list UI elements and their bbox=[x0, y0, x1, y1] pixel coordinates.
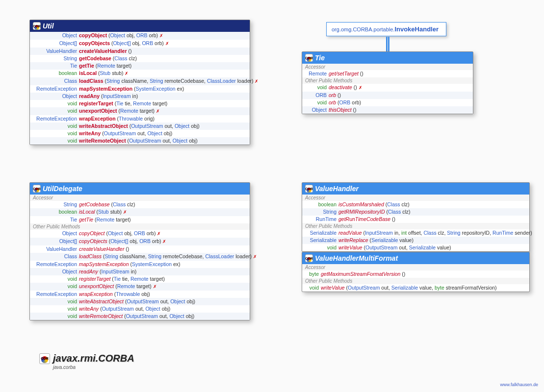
section-list-vhmulti: AccessorbytegetMaximumStreamFormatVersio… bbox=[302, 264, 529, 292]
section-list-tie: AccessorRemoteget/setTarget ()Other Publ… bbox=[302, 64, 473, 114]
method-row: voidwriteRemoteObject (OutputStream out,… bbox=[30, 313, 250, 320]
class-title: Tie bbox=[315, 54, 325, 62]
class-vhmulti: ValueHandlerMultiFormat AccessorbytegetM… bbox=[302, 252, 530, 292]
method-row: voiddeactivate () ✗ bbox=[302, 84, 473, 92]
method-row: StringgetCodebase (Class clz) bbox=[30, 55, 250, 62]
method-row: voidwriteValue (OutputStream out, Serial… bbox=[302, 244, 529, 251]
method-row: ObjectreadAny (InputStream in) bbox=[30, 93, 250, 100]
class-utildelegate: UtilDelegate AccessorStringgetCodebase (… bbox=[29, 182, 250, 320]
method-row: RemoteExceptionmapSystemException (Syste… bbox=[30, 261, 250, 268]
corba-icon bbox=[305, 54, 313, 62]
ext-ref-name: InvokeHandler bbox=[394, 25, 439, 33]
method-row: voidwriteAbstractObject (OutputStream ou… bbox=[30, 298, 250, 305]
method-row: Remoteget/setTarget () bbox=[302, 70, 473, 77]
method-row: TiegetTie (Remote target) bbox=[30, 216, 250, 223]
method-row: ObjectreadAny (InputStream in) bbox=[30, 268, 250, 275]
corba-icon bbox=[33, 185, 41, 193]
method-row: voidregisterTarget (Tie tie, Remote targ… bbox=[30, 100, 250, 107]
method-row: SerializablereadValue (InputStream in, i… bbox=[302, 229, 529, 237]
method-row: SerializablewriteReplace (Serializable v… bbox=[302, 237, 529, 244]
class-title: ValueHandlerMultiFormat bbox=[315, 254, 398, 262]
method-row: voidwriteRemoteObject (OutputStream out,… bbox=[30, 137, 250, 145]
method-row: ORBorb () bbox=[302, 92, 473, 99]
method-row: StringgetCodebase (Class clz) bbox=[30, 201, 250, 208]
method-row: ObjectcopyObject (Object obj, ORB orb) ✗ bbox=[30, 230, 250, 238]
method-row: voidwriteAny (OutputStream out, Object o… bbox=[30, 305, 250, 313]
class-title: ValueHandler bbox=[315, 185, 359, 193]
connector-line bbox=[388, 37, 389, 52]
method-row: Object[]copyObjects (Object[] obj, ORB o… bbox=[30, 238, 250, 245]
corba-icon bbox=[305, 185, 313, 193]
class-header-utildelegate: UtilDelegate bbox=[30, 183, 250, 195]
corba-icon bbox=[305, 254, 313, 262]
method-row: voidwriteAny (OutputStream out, Object o… bbox=[30, 130, 250, 137]
method-row: ValueHandlercreateValueHandler () bbox=[30, 48, 250, 55]
section-list-utildelegate: AccessorStringgetCodebase (Class clz)boo… bbox=[30, 195, 250, 320]
section-label: Accessor bbox=[302, 195, 529, 201]
section-label: Accessor bbox=[302, 264, 529, 270]
class-tie: Tie AccessorRemoteget/setTarget ()Other … bbox=[302, 51, 473, 114]
method-row: ObjectcopyObject (Object obj, ORB orb) ✗ bbox=[30, 32, 250, 40]
class-title: UtilDelegate bbox=[43, 185, 82, 193]
section-label: Other Public Methods bbox=[302, 77, 473, 84]
package-label: javax.rmi.CORBA bbox=[39, 353, 134, 364]
section-label: Accessor bbox=[30, 195, 250, 201]
class-header-vhmulti: ValueHandlerMultiFormat bbox=[302, 252, 529, 264]
class-util: Util ObjectcopyObject (Object obj, ORB o… bbox=[29, 20, 250, 145]
method-row: ClassloadClass (String className, String… bbox=[30, 77, 250, 85]
method-row: ObjectthisObject () bbox=[302, 106, 473, 114]
corba-icon bbox=[39, 353, 50, 364]
method-row: voidunexportObject (Remote target) ✗ bbox=[30, 283, 250, 291]
corba-icon bbox=[33, 22, 41, 30]
class-valuehandler: ValueHandler AccessorbooleanisCustomMars… bbox=[302, 182, 530, 252]
method-row: RunTimegetRunTimeCodeBase () bbox=[302, 216, 529, 223]
section-label: Other Public Methods bbox=[302, 278, 529, 284]
package-module: java.corba bbox=[53, 365, 76, 370]
method-row: voidunexportObject (Remote target) ✗ bbox=[30, 107, 250, 115]
method-row: ValueHandlercreateValueHandler () bbox=[30, 245, 250, 253]
method-row: RemoteExceptionmapSystemException (Syste… bbox=[30, 85, 250, 93]
method-row: voidorb (ORB orb) bbox=[302, 99, 473, 106]
method-row: bytegetMaximumStreamFormatVersion () bbox=[302, 270, 529, 278]
method-row: ClassloadClass (String className, String… bbox=[30, 253, 250, 261]
ext-ref-pkg: org.omg.CORBA.portable. bbox=[332, 26, 394, 32]
method-row: voidregisterTarget (Tie tie, Remote targ… bbox=[30, 275, 250, 283]
method-row: booleanisCustomMarshaled (Class clz) bbox=[302, 201, 529, 208]
section-label: Accessor bbox=[302, 64, 473, 70]
section-label: Other Public Methods bbox=[30, 223, 250, 230]
external-ref-invokehandler: org.omg.CORBA.portable.InvokeHandler bbox=[326, 22, 446, 36]
method-row: RemoteExceptionwrapException (Throwable … bbox=[30, 291, 250, 298]
footer-link[interactable]: www.falkhausen.de bbox=[500, 382, 538, 387]
method-row: TiegetTie (Remote target) bbox=[30, 62, 250, 70]
class-header-tie: Tie bbox=[302, 52, 473, 64]
method-row: voidwriteAbstractObject (OutputStream ou… bbox=[30, 122, 250, 130]
section-list-valuehandler: AccessorbooleanisCustomMarshaled (Class … bbox=[302, 195, 529, 251]
method-row: Object[]copyObjects (Object[] obj, ORB o… bbox=[30, 40, 250, 48]
package-name: javax.rmi.CORBA bbox=[53, 353, 134, 364]
method-row: StringgetRMIRepositoryID (Class clz) bbox=[302, 208, 529, 216]
connector-line bbox=[386, 37, 388, 52]
method-row: RemoteExceptionwrapException (Throwable … bbox=[30, 115, 250, 122]
class-header-valuehandler: ValueHandler bbox=[302, 183, 529, 195]
method-row: voidwriteValue (OutputStream out, Serial… bbox=[302, 284, 529, 292]
method-row: booleanisLocal (Stub stub) ✗ bbox=[30, 208, 250, 216]
method-list-util: ObjectcopyObject (Object obj, ORB orb) ✗… bbox=[30, 32, 250, 145]
section-label: Other Public Methods bbox=[302, 223, 529, 229]
class-title: Util bbox=[43, 22, 54, 30]
method-row: booleanisLocal (Stub stub) ✗ bbox=[30, 70, 250, 77]
class-header-util: Util bbox=[30, 20, 250, 32]
